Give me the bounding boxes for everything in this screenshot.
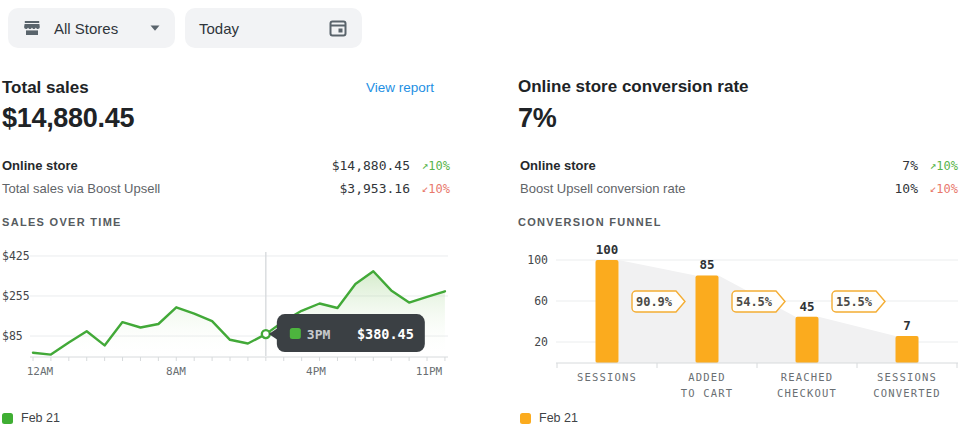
conversion-funnel-chart[interactable]: 10060201008545790.9%54.5%15.5%SESSIONSAD… bbox=[518, 240, 960, 405]
metric-label: Total sales via Boost Upsell bbox=[2, 181, 340, 196]
metric-delta-up: ↗10% bbox=[416, 159, 450, 173]
conversion-rate-title: Online store conversion rate bbox=[518, 77, 749, 97]
tooltip-time: 3PM bbox=[307, 327, 331, 342]
analytics-dashboard: All Stores Today Total sales View report… bbox=[0, 0, 960, 431]
metric-value: 7% bbox=[902, 158, 918, 173]
x-axis-tick-label: 4PM bbox=[306, 365, 326, 378]
conversion-funnel-label: CONVERSION FUNNEL bbox=[518, 216, 662, 228]
metric-row-boost-upsell-sales: Total sales via Boost Upsell $3,953.16 ↙… bbox=[2, 177, 450, 200]
conversion-rate-badge-label: 90.9% bbox=[636, 295, 673, 309]
view-report-link[interactable]: View report bbox=[366, 80, 434, 95]
x-axis-tick-label: 12AM bbox=[27, 365, 54, 378]
metric-value: $3,953.16 bbox=[340, 181, 410, 196]
sales-over-time-label: SALES OVER TIME bbox=[2, 216, 122, 228]
category-label: SESSIONS bbox=[577, 371, 637, 383]
sales-line-chart[interactable]: $425$255$8512AM8AM4PM11PM3PM$380.45 bbox=[0, 240, 460, 392]
total-sales-metric-rows: Online store $14,880.45 ↗10% Total sales… bbox=[2, 154, 450, 200]
metric-value: 10% bbox=[895, 181, 918, 196]
conversion-rate-big-value: 7% bbox=[518, 103, 556, 134]
category-label: SESSIONS bbox=[877, 371, 937, 383]
funnel-bar[interactable] bbox=[796, 317, 819, 363]
metric-label: Online store bbox=[520, 158, 902, 173]
y-axis-tick-label: $425 bbox=[2, 249, 30, 263]
legend-swatch-orange bbox=[520, 413, 531, 424]
conversion-rate-badge-label: 15.5% bbox=[836, 295, 873, 309]
y-axis-tick-label: $255 bbox=[2, 289, 30, 303]
category-label: TO CART bbox=[681, 387, 734, 399]
metric-delta-down: ↙10% bbox=[924, 182, 958, 196]
funnel-bar[interactable] bbox=[596, 260, 619, 363]
bar-value-label: 100 bbox=[596, 242, 619, 257]
category-label: CONVERTED bbox=[873, 387, 941, 399]
legend-label: Feb 21 bbox=[21, 411, 60, 425]
metric-label: Online store bbox=[2, 158, 332, 173]
legend-label: Feb 21 bbox=[539, 411, 578, 425]
conversion-metric-rows: Online store 7% ↗10% Boost Upsell conver… bbox=[520, 154, 958, 200]
metric-row-online-store-sales: Online store $14,880.45 ↗10% bbox=[2, 154, 450, 177]
trend-down-icon: ↙ bbox=[422, 182, 429, 195]
metric-delta-down: ↙10% bbox=[416, 182, 450, 196]
y-axis-tick-label: $85 bbox=[2, 329, 23, 343]
store-selector-label: All Stores bbox=[54, 20, 118, 37]
trend-up-icon: ↗ bbox=[930, 159, 937, 172]
funnel-bar[interactable] bbox=[896, 336, 919, 363]
total-sales-title: Total sales bbox=[2, 78, 89, 98]
bar-value-label: 7 bbox=[903, 318, 911, 333]
metric-label: Boost Upsell conversion rate bbox=[520, 181, 895, 196]
store-selector-button[interactable]: All Stores bbox=[8, 8, 175, 48]
metric-delta-up: ↗10% bbox=[924, 159, 958, 173]
x-axis-tick-label: 11PM bbox=[416, 365, 443, 378]
chevron-down-icon bbox=[149, 24, 161, 32]
conversion-rate-badge-label: 54.5% bbox=[736, 295, 773, 309]
hovered-data-point bbox=[262, 330, 270, 338]
funnel-chart-legend: Feb 21 bbox=[520, 411, 578, 425]
category-label: REACHED bbox=[781, 371, 834, 383]
y-axis-tick-label: 60 bbox=[534, 294, 548, 308]
y-axis-tick-label: 100 bbox=[527, 253, 548, 267]
metric-row-boost-upsell-rate: Boost Upsell conversion rate 10% ↙10% bbox=[520, 177, 958, 200]
trend-up-icon: ↗ bbox=[422, 159, 429, 172]
category-label: ADDED bbox=[688, 371, 726, 383]
tooltip-series-swatch bbox=[290, 328, 301, 339]
metric-value: $14,880.45 bbox=[332, 158, 410, 173]
category-label: CHECKOUT bbox=[777, 387, 837, 399]
funnel-bar[interactable] bbox=[696, 275, 719, 363]
metric-row-online-store-rate: Online store 7% ↗10% bbox=[520, 154, 958, 177]
storefront-icon bbox=[22, 18, 42, 38]
chart-tooltip: 3PM$380.45 bbox=[269, 314, 425, 352]
trend-down-icon: ↙ bbox=[930, 182, 937, 195]
total-sales-big-value: $14,880.45 bbox=[2, 103, 134, 134]
legend-swatch-green bbox=[2, 413, 13, 424]
bar-value-label: 85 bbox=[699, 257, 714, 272]
date-selector-label: Today bbox=[199, 20, 239, 37]
x-axis-tick-label: 8AM bbox=[166, 365, 186, 378]
date-selector-button[interactable]: Today bbox=[185, 8, 362, 48]
tooltip-value: $380.45 bbox=[357, 326, 414, 342]
sales-chart-legend: Feb 21 bbox=[2, 411, 60, 425]
y-axis-tick-label: 20 bbox=[534, 335, 548, 349]
calendar-icon bbox=[328, 18, 348, 38]
bar-value-label: 45 bbox=[799, 299, 814, 314]
